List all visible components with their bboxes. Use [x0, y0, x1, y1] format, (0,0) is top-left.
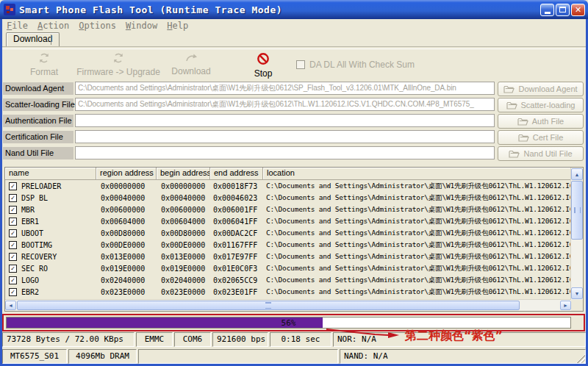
column-header-end-address[interactable]: end address: [210, 168, 263, 180]
minimize-button[interactable]: [540, 4, 554, 16]
end-cell: 0x01E0C0F3: [210, 265, 263, 273]
partition-name: SEC_RO: [21, 265, 48, 273]
vertical-scrollbar[interactable]: ▲ ▼: [570, 168, 583, 300]
row-checkbox[interactable]: ✓: [9, 265, 17, 273]
row-checkbox[interactable]: ✓: [9, 206, 17, 214]
maximize-button[interactable]: [556, 4, 570, 16]
location-cell: C:\Documents and Settings\Administrator\…: [263, 182, 571, 191]
table-row[interactable]: ✓EBR20x023E00000x023E00000x023E01FFC:\Do…: [5, 286, 571, 298]
column-header-location[interactable]: location: [263, 168, 571, 180]
scrollbar-corner: [571, 300, 583, 311]
location-cell: C:\Documents and Settings\Administrator\…: [263, 252, 571, 262]
download-button[interactable]: Download: [160, 52, 222, 76]
close-button[interactable]: ✕: [571, 4, 585, 16]
checkbox-icon: [296, 60, 305, 69]
begin-cell: 0x00000000: [157, 182, 210, 190]
file-path-input[interactable]: [75, 114, 495, 127]
end-cell: 0x006041FF: [210, 218, 263, 226]
location-cell: C:\Documents and Settings\Administrator\…: [263, 229, 571, 238]
da-dl-checksum-label: DA DL All With Check Sum: [309, 60, 415, 70]
table-row[interactable]: ✓RECOVERY0x013E00000x013E00000x017E97FFC…: [5, 251, 571, 262]
menu-item-action[interactable]: Action: [37, 21, 69, 31]
horizontal-scrollbar[interactable]: ◄ ►: [5, 299, 571, 311]
table-row[interactable]: ✓EBR10x006040000x006040000x006041FFC:\Do…: [5, 215, 571, 227]
table-row[interactable]: ✓LOGO0x020400000x020400000x02065CC9C:\Do…: [5, 274, 571, 286]
maximize-icon: [559, 7, 566, 12]
file-path-input[interactable]: [75, 98, 495, 111]
region-cell: 0x00000000: [96, 182, 157, 190]
browse-button-label: Download Agent: [518, 85, 577, 93]
region-cell: 0x00604000: [96, 218, 157, 226]
browse-button[interactable]: Scatter-loading: [498, 98, 584, 112]
firmware-upgrade-button[interactable]: Firmware -> Upgrade: [80, 52, 157, 77]
scroll-up-button[interactable]: ▲: [571, 168, 583, 180]
partition-name-cell: ✓RECOVERY: [5, 253, 96, 261]
menu-item-options[interactable]: Options: [79, 21, 116, 31]
row-checkbox[interactable]: ✓: [9, 276, 17, 284]
scroll-right-button[interactable]: ►: [560, 301, 571, 310]
field-label: Download Agent: [3, 82, 74, 95]
status2-cell-3: NAND: N/A: [340, 349, 586, 364]
end-cell: 0x00018F73: [210, 182, 263, 190]
scroll-down-button[interactable]: ▼: [571, 287, 583, 299]
open-folder-icon: [503, 85, 514, 93]
tab-download[interactable]: Download: [6, 32, 60, 46]
table-row[interactable]: ✓MBR0x006000000x006000000x006001FFC:\Doc…: [5, 204, 571, 215]
app-icon: [4, 4, 15, 15]
browse-button[interactable]: Cert File: [498, 130, 584, 145]
begin-cell: 0x00604000: [157, 218, 210, 226]
row-checkbox[interactable]: ✓: [9, 218, 17, 226]
partition-name: RECOVERY: [21, 253, 57, 261]
status1-cell-1: EMMC: [136, 332, 173, 347]
field-label: Scatter-loading File: [3, 98, 74, 111]
column-header-region-address[interactable]: region address: [96, 168, 157, 180]
begin-cell: 0x00600000: [157, 206, 210, 214]
stop-button[interactable]: Stop: [240, 52, 287, 79]
table-row[interactable]: ✓PRELOADER0x000000000x000000000x00018F73…: [5, 180, 571, 192]
status2-cell-2: [138, 349, 338, 364]
row-checkbox[interactable]: ✓: [9, 194, 17, 202]
row-checkbox[interactable]: ✓: [9, 253, 17, 261]
begin-cell: 0x00040000: [157, 194, 210, 202]
status-bar-row2: MT6575_S014096Mb DRAMNAND: N/A: [2, 349, 586, 364]
region-cell: 0x013E0000: [96, 253, 157, 261]
region-cell: 0x023E0000: [96, 288, 157, 296]
partition-name: LOGO: [21, 276, 39, 284]
file-path-input[interactable]: [75, 130, 495, 143]
file-path-input[interactable]: [75, 146, 495, 159]
menu-item-help[interactable]: Help: [167, 21, 188, 31]
app-window: Smart Phone Flash Tool (Runtime Trace Mo…: [0, 0, 588, 366]
table-row[interactable]: ✓BOOTIMG0x00DE00000x00DE00000x01167FFFC:…: [5, 239, 571, 251]
begin-cell: 0x00DE0000: [157, 241, 210, 249]
table-row[interactable]: ✓UBOOT0x00D800000x00D800000x00DAC2CFC:\D…: [5, 227, 571, 239]
menu-item-window[interactable]: Window: [126, 21, 157, 31]
menu-item-file[interactable]: File: [7, 21, 28, 31]
close-icon: ✕: [575, 6, 581, 14]
window-title: Smart Phone Flash Tool (Runtime Trace Mo…: [19, 4, 539, 15]
format-label: Format: [30, 67, 58, 77]
row-checkbox[interactable]: ✓: [9, 288, 17, 296]
browse-button-label: Cert File: [533, 133, 564, 142]
browse-button[interactable]: Auth File: [498, 114, 584, 129]
stop-icon: [257, 52, 270, 65]
stop-label: Stop: [254, 68, 273, 79]
row-checkbox[interactable]: ✓: [9, 241, 17, 249]
column-header-name[interactable]: name: [5, 168, 96, 180]
da-dl-checksum-checkbox[interactable]: DA DL All With Check Sum: [296, 60, 415, 70]
end-cell: 0x00046023: [210, 194, 263, 202]
horizontal-scroll-thumb[interactable]: [17, 301, 520, 310]
partition-name: DSP_BL: [21, 194, 48, 202]
table-row[interactable]: ✓DSP_BL0x000400000x000400000x00046023C:\…: [5, 192, 571, 204]
browse-button[interactable]: Download Agent: [498, 82, 584, 96]
format-button[interactable]: Format: [15, 52, 74, 77]
row-checkbox[interactable]: ✓: [9, 182, 17, 190]
table-row[interactable]: ✓SEC_RO0x019E00000x019E00000x01E0C0F3C:\…: [5, 262, 571, 274]
region-cell: 0x00600000: [96, 206, 157, 214]
scroll-left-button[interactable]: ◄: [5, 301, 16, 310]
vertical-scroll-thumb[interactable]: [571, 181, 583, 240]
browse-button[interactable]: Nand Util File: [498, 146, 584, 161]
file-path-input[interactable]: [75, 82, 495, 95]
row-checkbox[interactable]: ✓: [9, 229, 17, 237]
status1-cell-5: NOR: N/A: [333, 332, 586, 347]
column-header-begin-address[interactable]: begin address: [157, 168, 210, 180]
